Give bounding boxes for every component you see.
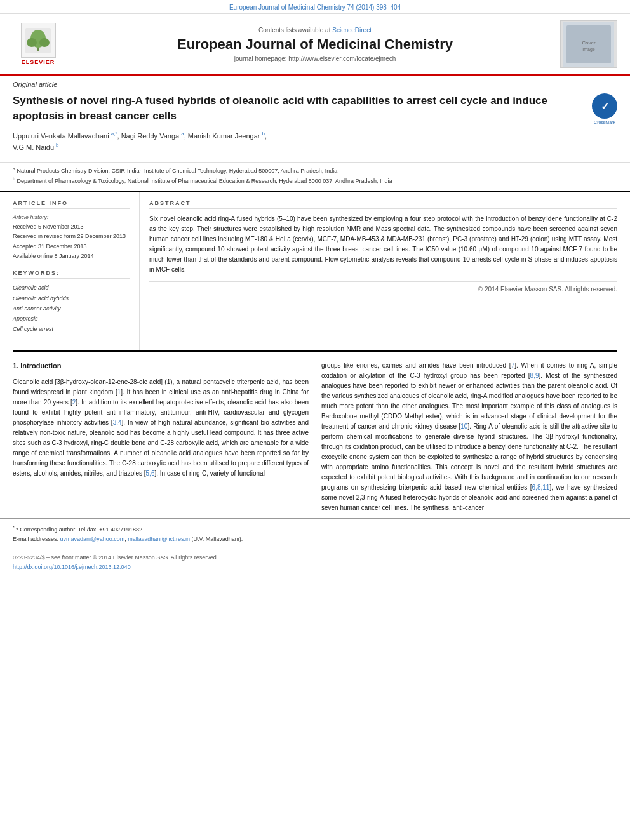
- journal-header: ELSEVIER Contents lists available at Sci…: [0, 14, 630, 76]
- keywords-list: Oleanolic acid Oleanolic acid hybrids An…: [13, 283, 130, 334]
- body-left-column: 1. Introduction Oleanolic acid [3β-hydro…: [13, 361, 309, 518]
- ref-8-9[interactable]: 8,9: [530, 372, 539, 379]
- keyword-5: Cell cycle arrest: [13, 324, 130, 334]
- article-history: Article history: Received 5 November 201…: [13, 213, 130, 261]
- received-revised-date: Received in revised form 29 December 201…: [13, 232, 130, 241]
- article-info-title: ARTICLE INFO: [13, 200, 130, 209]
- email-addresses-line: E-mail addresses: uvmavadani@yahoo.com, …: [13, 535, 617, 543]
- bottom-bar: 0223-5234/$ – see front matter © 2014 El…: [0, 549, 630, 577]
- crossmark-icon: ✓: [592, 93, 617, 119]
- contents-line: Contents lists available at ScienceDirec…: [70, 27, 560, 34]
- corresponding-author-note: * * Corresponding author. Tel./fax: +91 …: [13, 524, 617, 534]
- email-suffix: (U.V. Mallavadhani).: [191, 536, 243, 542]
- ref-5-6[interactable]: 5,6: [146, 470, 155, 477]
- abstract-text: Six novel oleanolic acid ring-A fused hy…: [149, 214, 617, 275]
- footnote-section: * * Corresponding author. Tel./fax: +91 …: [0, 518, 630, 549]
- received-date: Received 5 November 2013: [13, 222, 130, 232]
- article-body-section: 1. Introduction Oleanolic acid [3β-hydro…: [0, 352, 630, 518]
- elsevier-tree-image: [21, 23, 56, 58]
- article-info-abstract-section: ARTICLE INFO Article history: Received 5…: [0, 192, 630, 350]
- sup-a2: a: [181, 131, 184, 137]
- copyright-notice: © 2014 Elsevier Masson SAS. All rights r…: [149, 281, 617, 293]
- article-info-section: ARTICLE INFO Article history: Received 5…: [13, 200, 130, 261]
- authors: Uppuluri Venkata Mallavadhani a,*, Nagi …: [13, 130, 582, 154]
- abstract-column: ABSTRACT Six novel oleanolic acid ring-A…: [140, 192, 617, 350]
- ref-2[interactable]: 2: [72, 399, 76, 406]
- abstract-title: ABSTRACT: [149, 200, 617, 209]
- crossmark-logo: ✓ CrossMark: [592, 93, 617, 119]
- body-right-column: groups like enones, oximes and amides ha…: [321, 361, 617, 518]
- keyword-1: Oleanolic acid: [13, 283, 130, 293]
- issn-notice: 0223-5234/$ – see front matter © 2014 El…: [13, 553, 617, 563]
- homepage-text: journal homepage: http://www.elsevier.co…: [234, 55, 396, 62]
- ref-10[interactable]: 10: [460, 423, 467, 430]
- doi-link: http://dx.doi.org/10.1016/j.ejmech.2013.…: [13, 563, 617, 572]
- article-info-column: ARTICLE INFO Article history: Received 5…: [13, 192, 140, 350]
- article-type: Original article: [0, 76, 630, 91]
- journal-title: European Journal of Medicinal Chemistry: [70, 36, 560, 53]
- journal-cover-image: Cover Image: [560, 20, 617, 68]
- ref-7[interactable]: 7: [511, 362, 515, 369]
- ref-3-4[interactable]: 3,4: [113, 419, 122, 426]
- intro-para-2: groups like enones, oximes and amides ha…: [321, 361, 617, 513]
- email-2[interactable]: mallavadhani@iict.res.in: [128, 536, 190, 542]
- history-title: Article history:: [13, 213, 130, 222]
- corresponding-text: * Corresponding author. Tel./fax: +91 40…: [16, 526, 144, 533]
- intro-heading: 1. Introduction: [13, 361, 309, 372]
- ref-1[interactable]: 1: [117, 389, 121, 396]
- article-title-block: Synthesis of novel ring-A fused hybrids …: [13, 93, 582, 157]
- svg-text:Image: Image: [582, 47, 595, 52]
- journal-header-center: Contents lists available at ScienceDirec…: [70, 27, 560, 62]
- sup-star: *: [115, 131, 117, 137]
- crossmark-label: CrossMark: [592, 120, 617, 124]
- svg-text:Cover: Cover: [582, 40, 596, 46]
- affiliations: a Natural Products Chemistry Division, C…: [0, 163, 630, 192]
- ref-6-8-11[interactable]: 6,8,11: [532, 484, 550, 491]
- affiliation-b: Department of Pharmacology & Toxicology,…: [17, 178, 392, 184]
- article-main-header: Synthesis of novel ring-A fused hybrids …: [0, 91, 630, 163]
- keyword-4: Apoptosis: [13, 314, 130, 324]
- accepted-date: Accepted 31 December 2013: [13, 242, 130, 251]
- svg-point-4: [39, 38, 50, 47]
- email-1[interactable]: uvmavadani@yahoo.com: [60, 536, 125, 542]
- journal-homepage: journal homepage: http://www.elsevier.co…: [70, 55, 560, 62]
- aff-sup-a: a: [13, 166, 15, 171]
- sciencedirect-link[interactable]: ScienceDirect: [332, 27, 372, 34]
- sup-b: b: [262, 131, 265, 137]
- available-date: Available online 8 January 2014: [13, 251, 130, 261]
- affiliation-a: Natural Products Chemistry Division, CSI…: [17, 168, 337, 174]
- top-bar: European Journal of Medicinal Chemistry …: [0, 0, 630, 14]
- svg-point-3: [27, 38, 37, 47]
- article-type-label: Original article: [13, 81, 57, 88]
- email-label: E-mail addresses:: [13, 536, 58, 542]
- aff-sup-b: b: [13, 177, 15, 181]
- journal-citation: European Journal of Medicinal Chemistry …: [229, 4, 401, 11]
- article-title: Synthesis of novel ring-A fused hybrids …: [13, 93, 582, 124]
- sup-b2: b: [56, 142, 58, 148]
- intro-para-1: Oleanolic acid [3β-hydroxy-olean-12-ene-…: [13, 377, 309, 479]
- contents-label: Contents lists available at: [258, 27, 330, 34]
- doi-anchor[interactable]: http://dx.doi.org/10.1016/j.ejmech.2013.…: [13, 564, 131, 570]
- elsevier-logo: ELSEVIER: [13, 23, 64, 65]
- keywords-title: Keywords:: [13, 270, 130, 279]
- footnote-star: *: [13, 525, 15, 530]
- keyword-2: Oleanolic acid hybrids: [13, 293, 130, 303]
- keywords-section: Keywords: Oleanolic acid Oleanolic acid …: [13, 270, 130, 334]
- keyword-3: Anti-cancer activity: [13, 303, 130, 314]
- elsevier-wordmark: ELSEVIER: [22, 59, 55, 65]
